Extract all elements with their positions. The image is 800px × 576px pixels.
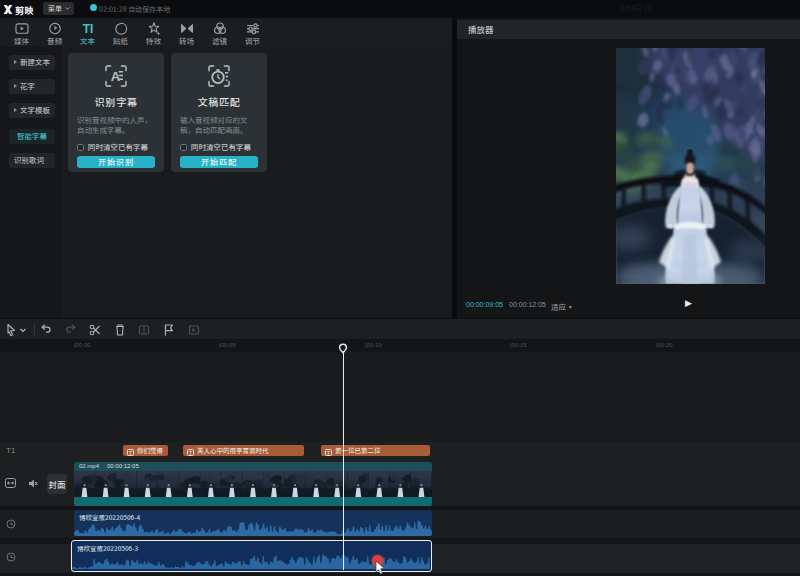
svg-text:TI: TI — [82, 22, 93, 36]
svg-text:第一位是李清蓝时代: 第一位是李清蓝时代 — [667, 222, 712, 229]
